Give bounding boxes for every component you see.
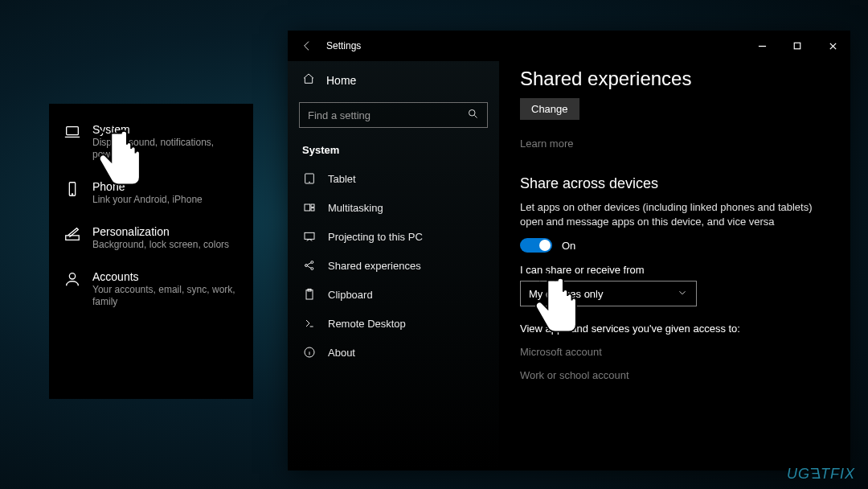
svg-point-2 <box>72 194 72 195</box>
page-title: Shared experiences <box>520 68 829 90</box>
share-toggle[interactable] <box>520 238 552 253</box>
sidebar-item-tablet[interactable]: Tablet <box>288 164 499 193</box>
receive-from-dropdown[interactable]: My devices only <box>520 281 697 306</box>
category-subtitle: Link your Android, iPhone <box>92 194 203 206</box>
sidebar-item-remote-desktop[interactable]: Remote Desktop <box>288 309 499 338</box>
sidebar-label: Remote Desktop <box>328 318 406 330</box>
receive-label: I can share or receive from <box>520 264 829 276</box>
svg-point-14 <box>311 261 313 264</box>
sidebar-label: Projecting to this PC <box>328 231 423 243</box>
category-system[interactable]: System Display, sound, notifications, po… <box>49 115 253 172</box>
sidebar-item-clipboard[interactable]: Clipboard <box>288 280 499 309</box>
close-button[interactable] <box>815 31 850 61</box>
search-input[interactable] <box>308 109 467 121</box>
info-icon <box>302 346 317 359</box>
back-button[interactable] <box>296 39 318 52</box>
settings-sidebar: Home System Tablet Multitasking Projecti… <box>288 61 499 471</box>
projecting-icon <box>302 230 317 243</box>
chevron-down-icon <box>677 287 688 301</box>
svg-point-13 <box>305 265 308 267</box>
change-button[interactable]: Change <box>520 98 579 120</box>
settings-window: Settings Home System Tablet Multi <box>288 31 850 471</box>
category-subtitle: Your accounts, email, sync, work, family <box>92 284 239 308</box>
category-title: Personalization <box>92 225 229 238</box>
clipboard-icon <box>302 288 317 301</box>
sidebar-section-heading: System <box>288 139 499 164</box>
svg-rect-0 <box>67 127 79 135</box>
category-subtitle: Background, lock screen, colors <box>92 239 229 251</box>
svg-rect-12 <box>305 232 314 239</box>
sidebar-home-label: Home <box>326 74 356 87</box>
category-personalization[interactable]: Personalization Background, lock screen,… <box>49 217 253 262</box>
toggle-label: On <box>562 240 575 252</box>
svg-rect-10 <box>311 204 314 207</box>
minimize-button[interactable] <box>744 31 780 61</box>
sidebar-label: Multitasking <box>328 202 383 214</box>
share-icon <box>302 259 317 272</box>
pen-icon <box>63 225 81 243</box>
category-accounts[interactable]: Accounts Your accounts, email, sync, wor… <box>49 262 253 319</box>
search-box[interactable] <box>299 102 488 128</box>
maximize-button[interactable] <box>780 31 815 61</box>
watermark: UGETFIX <box>787 466 855 483</box>
sidebar-label: About <box>328 347 355 359</box>
phone-icon <box>63 180 81 198</box>
svg-point-4 <box>69 273 75 279</box>
search-icon <box>467 108 479 123</box>
remote-icon <box>302 317 317 330</box>
share-description: Let apps on other devices (including lin… <box>520 200 829 228</box>
titlebar: Settings <box>288 31 850 61</box>
sidebar-item-shared-experiences[interactable]: Shared experiences <box>288 251 499 280</box>
svg-point-6 <box>469 109 476 116</box>
settings-categories-panel: System Display, sound, notifications, po… <box>49 104 253 399</box>
tablet-icon <box>302 172 317 185</box>
dropdown-value: My devices only <box>529 288 603 300</box>
sidebar-label: Tablet <box>328 173 356 185</box>
content-pane: Shared experiences Change Learn more Sha… <box>499 61 850 471</box>
multitasking-icon <box>302 201 317 214</box>
svg-rect-11 <box>311 208 314 211</box>
microsoft-account-link[interactable]: Microsoft account <box>520 346 829 358</box>
view-apps-label: View apps and services you've given acce… <box>520 323 829 335</box>
svg-rect-9 <box>305 204 310 211</box>
svg-point-15 <box>311 268 313 270</box>
sidebar-home[interactable]: Home <box>288 66 499 94</box>
category-title: Phone <box>92 180 203 193</box>
svg-point-8 <box>309 182 310 183</box>
window-title: Settings <box>326 40 361 51</box>
home-icon <box>302 72 315 88</box>
category-subtitle: Display, sound, notifications, power <box>92 137 239 161</box>
category-title: Accounts <box>92 270 239 283</box>
sidebar-item-about[interactable]: About <box>288 338 499 367</box>
sidebar-item-multitasking[interactable]: Multitasking <box>288 193 499 222</box>
learn-more-link[interactable]: Learn more <box>520 138 829 150</box>
sidebar-item-projecting[interactable]: Projecting to this PC <box>288 222 499 251</box>
category-phone[interactable]: Phone Link your Android, iPhone <box>49 172 253 217</box>
svg-rect-3 <box>66 236 80 240</box>
work-school-account-link[interactable]: Work or school account <box>520 369 829 381</box>
sidebar-label: Clipboard <box>328 289 373 301</box>
category-title: System <box>92 123 239 136</box>
svg-rect-5 <box>794 43 800 49</box>
share-heading: Share across devices <box>520 175 829 192</box>
sidebar-label: Shared experiences <box>328 260 421 272</box>
laptop-icon <box>63 123 81 141</box>
person-icon <box>63 270 81 288</box>
